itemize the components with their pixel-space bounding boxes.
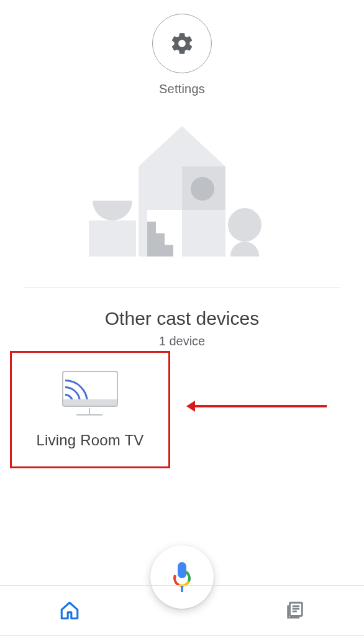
feed-icon	[284, 600, 306, 621]
settings-button[interactable]	[152, 14, 212, 73]
settings-section: Settings	[0, 0, 364, 96]
home-illustration	[95, 126, 269, 257]
nav-home-tab[interactable]	[0, 600, 139, 621]
device-card-living-room-tv[interactable]: Living Room TV	[10, 351, 170, 468]
cast-section-title: Other cast devices	[0, 308, 364, 329]
settings-label: Settings	[159, 82, 205, 96]
device-name-label: Living Room TV	[36, 432, 143, 449]
nav-feed-tab[interactable]	[225, 600, 364, 621]
gear-icon	[170, 31, 194, 56]
cast-tv-icon	[56, 371, 124, 420]
divider	[24, 288, 340, 288]
annotation-arrow	[193, 405, 327, 407]
cast-section-subtitle: 1 device	[0, 334, 364, 348]
home-icon	[59, 600, 80, 621]
bottom-nav	[0, 585, 364, 636]
